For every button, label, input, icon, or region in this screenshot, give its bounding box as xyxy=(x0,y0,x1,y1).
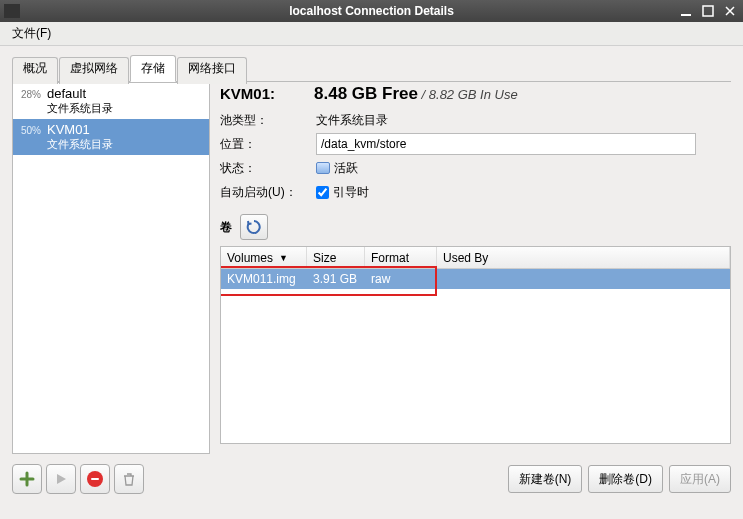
svg-rect-3 xyxy=(91,478,99,480)
bottom-toolbar: 新建卷(N) 删除卷(D) 应用(A) xyxy=(0,460,743,502)
col-format[interactable]: Format xyxy=(365,247,437,268)
trash-icon xyxy=(121,471,137,487)
svg-rect-1 xyxy=(703,6,713,16)
minimize-button[interactable] xyxy=(677,3,695,19)
pool-name: default xyxy=(47,87,113,101)
file-menu[interactable]: 文件(F) xyxy=(6,23,57,44)
pool-name: KVM01 xyxy=(47,123,113,137)
pool-list: 28% default 文件系统目录 50% KVM01 文件系统目录 xyxy=(12,82,210,454)
col-usedby[interactable]: Used By xyxy=(437,247,730,268)
volume-name: KVM011.img xyxy=(221,272,307,286)
tab-nic-label: 网络接口 xyxy=(188,61,236,75)
apply-button[interactable]: 应用(A) xyxy=(669,465,731,493)
titlebar: localhost Connection Details xyxy=(0,0,743,22)
delete-volume-button[interactable]: 删除卷(D) xyxy=(588,465,663,493)
volumes-label: 卷 xyxy=(220,219,232,236)
close-button[interactable] xyxy=(721,3,739,19)
chevron-down-icon: ▼ xyxy=(279,253,288,263)
stop-icon xyxy=(86,470,104,488)
refresh-icon xyxy=(246,219,262,235)
pool-type: 文件系统目录 xyxy=(47,101,113,115)
inuse-sep: / xyxy=(418,87,429,102)
tab-vnet-label: 虚拟网络 xyxy=(70,61,118,75)
tab-network-interfaces[interactable]: 网络接口 xyxy=(177,57,247,84)
pool-item-kvm01[interactable]: 50% KVM01 文件系统目录 xyxy=(13,119,209,155)
autostart-checkbox[interactable] xyxy=(316,186,329,199)
add-pool-button[interactable] xyxy=(12,464,42,494)
pool-type-value: 文件系统目录 xyxy=(316,112,388,129)
col-volumes[interactable]: Volumes▼ xyxy=(221,247,307,268)
pool-type-label: 池类型： xyxy=(220,112,316,129)
delete-pool-button[interactable] xyxy=(114,464,144,494)
volume-format: raw xyxy=(365,272,437,286)
pool-free-space: 8.48 GB Free xyxy=(314,84,418,103)
plus-icon xyxy=(19,471,35,487)
tab-overview[interactable]: 概况 xyxy=(12,57,58,84)
state-running-icon xyxy=(316,162,330,174)
svg-rect-0 xyxy=(681,14,691,16)
pool-in-use: 8.82 GB In Use xyxy=(429,87,518,102)
volume-size: 3.91 GB xyxy=(307,272,365,286)
maximize-button[interactable] xyxy=(699,3,717,19)
autostart-label: 自动启动(U)： xyxy=(220,184,316,201)
tab-virtual-networks[interactable]: 虚拟网络 xyxy=(59,57,129,84)
tab-storage-label: 存储 xyxy=(141,61,165,75)
new-volume-button[interactable]: 新建卷(N) xyxy=(508,465,583,493)
refresh-button[interactable] xyxy=(240,214,268,240)
menubar: 文件(F) xyxy=(0,22,743,46)
col-size[interactable]: Size xyxy=(307,247,365,268)
start-pool-button[interactable] xyxy=(46,464,76,494)
stop-pool-button[interactable] xyxy=(80,464,110,494)
pool-item-default[interactable]: 28% default 文件系统目录 xyxy=(13,83,209,119)
tab-overview-label: 概况 xyxy=(23,61,47,75)
pool-details: KVM01: 8.48 GB Free / 8.82 GB In Use 池类型… xyxy=(220,82,731,454)
autostart-value: 引导时 xyxy=(333,184,369,201)
pool-name-heading: KVM01: xyxy=(220,85,300,102)
window-title: localhost Connection Details xyxy=(289,4,454,18)
pool-type: 文件系统目录 xyxy=(47,137,113,151)
pool-usage-pct: 28% xyxy=(19,87,41,100)
location-input[interactable] xyxy=(316,133,696,155)
state-value: 活跃 xyxy=(334,160,358,177)
volumes-table: Volumes▼ Size Format Used By KVM011.img … xyxy=(220,246,731,444)
pool-usage-pct: 50% xyxy=(19,123,41,136)
state-label: 状态： xyxy=(220,160,316,177)
window-icon xyxy=(4,4,20,18)
location-label: 位置： xyxy=(220,136,316,153)
volume-row[interactable]: KVM011.img 3.91 GB raw xyxy=(221,269,730,289)
tab-strip: 概况 虚拟网络 存储 网络接口 xyxy=(12,54,731,82)
play-icon xyxy=(54,472,68,486)
tab-storage[interactable]: 存储 xyxy=(130,55,176,82)
